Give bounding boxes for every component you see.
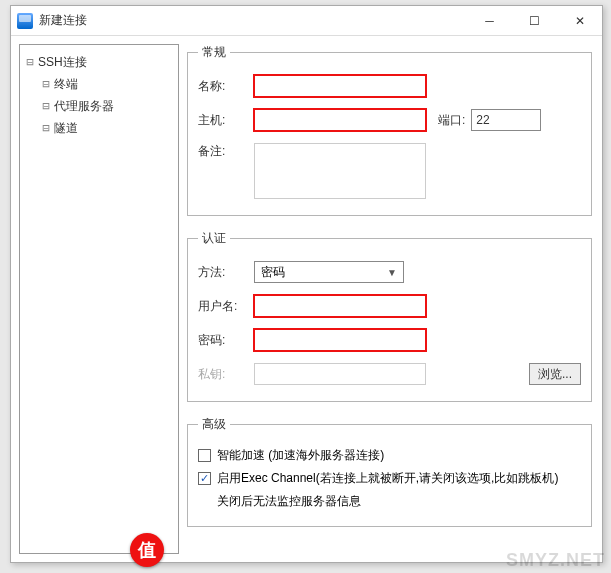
- general-legend: 常规: [198, 44, 230, 61]
- titlebar: 新建连接 ─ ☐ ✕: [11, 6, 602, 36]
- tree-root-ssh[interactable]: ⊟ SSH连接: [22, 51, 176, 73]
- method-value: 密码: [261, 264, 285, 281]
- watermark-badge: 值: [130, 533, 164, 567]
- user-input[interactable]: [254, 295, 426, 317]
- watermark-text: SMYZ.NET: [506, 550, 605, 571]
- smart-accel-checkbox[interactable]: 智能加速 (加速海外服务器连接): [198, 447, 581, 464]
- remark-textarea[interactable]: [254, 143, 426, 199]
- key-label: 私钥:: [198, 366, 254, 383]
- host-label: 主机:: [198, 112, 254, 129]
- tree-label: 隧道: [54, 120, 78, 137]
- smart-accel-label: 智能加速 (加速海外服务器连接): [217, 447, 384, 464]
- advanced-legend: 高级: [198, 416, 230, 433]
- user-label: 用户名:: [198, 298, 254, 315]
- key-input: [254, 363, 426, 385]
- window-title: 新建连接: [39, 12, 467, 29]
- tree-toggle-icon[interactable]: ⊟: [38, 121, 54, 135]
- maximize-button[interactable]: ☐: [512, 6, 557, 35]
- tree-label: 终端: [54, 76, 78, 93]
- exec-channel-label: 启用Exec Channel(若连接上就被断开,请关闭该选项,比如跳板机): [217, 470, 558, 487]
- minimize-button[interactable]: ─: [467, 6, 512, 35]
- host-input[interactable]: [254, 109, 426, 131]
- tree-toggle-icon[interactable]: ⊟: [38, 77, 54, 91]
- pass-label: 密码:: [198, 332, 254, 349]
- close-button[interactable]: ✕: [557, 6, 602, 35]
- dialog-body: ⊟ SSH连接 ⊟ 终端 ⊟ 代理服务器 ⊟ 隧道 常规 名称:: [11, 36, 602, 562]
- pass-input[interactable]: [254, 329, 426, 351]
- checkbox-checked-icon: [198, 472, 211, 485]
- auth-group: 认证 方法: 密码 ▼ 用户名: 密码: 私钥:: [187, 230, 592, 402]
- auth-legend: 认证: [198, 230, 230, 247]
- tree-item-proxy[interactable]: ⊟ 代理服务器: [22, 95, 176, 117]
- tree-toggle-icon[interactable]: ⊟: [38, 99, 54, 113]
- advanced-group: 高级 智能加速 (加速海外服务器连接) 启用Exec Channel(若连接上就…: [187, 416, 592, 527]
- port-input[interactable]: 22: [471, 109, 541, 131]
- name-input[interactable]: [254, 75, 426, 97]
- nav-tree: ⊟ SSH连接 ⊟ 终端 ⊟ 代理服务器 ⊟ 隧道: [19, 44, 179, 554]
- tree-label: 代理服务器: [54, 98, 114, 115]
- tree-item-tunnel[interactable]: ⊟ 隧道: [22, 117, 176, 139]
- chevron-down-icon: ▼: [387, 267, 397, 278]
- tree-item-terminal[interactable]: ⊟ 终端: [22, 73, 176, 95]
- method-select[interactable]: 密码 ▼: [254, 261, 404, 283]
- exec-channel-note: 关闭后无法监控服务器信息: [198, 493, 581, 510]
- port-label: 端口:: [438, 112, 465, 129]
- checkbox-icon: [198, 449, 211, 462]
- form-area: 常规 名称: 主机: 端口: 22 备注: 认证: [187, 44, 594, 554]
- exec-channel-checkbox[interactable]: 启用Exec Channel(若连接上就被断开,请关闭该选项,比如跳板机): [198, 470, 581, 487]
- dialog-window: 新建连接 ─ ☐ ✕ ⊟ SSH连接 ⊟ 终端 ⊟ 代理服务器 ⊟ 隧道: [10, 5, 603, 563]
- method-label: 方法:: [198, 264, 254, 281]
- window-controls: ─ ☐ ✕: [467, 6, 602, 35]
- java-app-icon: [17, 13, 33, 29]
- remark-label: 备注:: [198, 143, 254, 160]
- general-group: 常规 名称: 主机: 端口: 22 备注:: [187, 44, 592, 216]
- browse-button[interactable]: 浏览...: [529, 363, 581, 385]
- tree-label: SSH连接: [38, 54, 87, 71]
- tree-toggle-icon[interactable]: ⊟: [22, 55, 38, 69]
- name-label: 名称:: [198, 78, 254, 95]
